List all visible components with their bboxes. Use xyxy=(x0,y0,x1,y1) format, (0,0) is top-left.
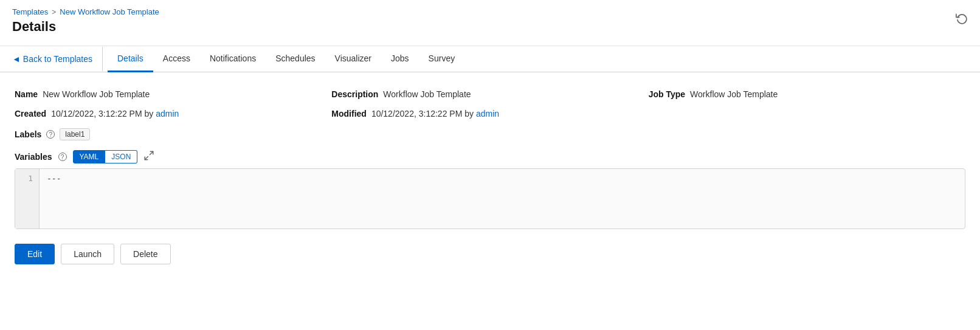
description-label: Description xyxy=(331,89,378,99)
page-title: Details xyxy=(12,19,968,35)
details-row-variables: Variables ? YAML JSON xyxy=(15,145,965,241)
created-datetime: 10/12/2022, 3:12:22 PM by xyxy=(51,109,156,119)
description-col: Description Workflow Job Template xyxy=(331,89,648,99)
modified-datetime: 10/12/2022, 3:12:22 PM by xyxy=(371,109,476,119)
code-line-numbers: 1 xyxy=(15,169,40,229)
edit-button[interactable]: Edit xyxy=(15,244,55,264)
variables-code-editor[interactable]: 1 --- xyxy=(15,168,965,229)
svg-line-1 xyxy=(145,157,148,160)
tab-visualizer[interactable]: Visualizer xyxy=(325,46,381,72)
variables-header: Variables ? YAML JSON xyxy=(15,150,157,163)
expand-icon[interactable] xyxy=(143,153,154,163)
label-tag-label1: label1 xyxy=(60,128,90,140)
labels-label: Labels xyxy=(15,129,41,139)
job-type-col: Job Type Workflow Job Template xyxy=(649,89,965,99)
job-type-label: Job Type xyxy=(649,89,685,99)
tab-survey[interactable]: Survey xyxy=(419,46,465,72)
content-area: Name New Workflow Job Template Descripti… xyxy=(0,72,980,277)
code-content[interactable]: --- xyxy=(40,169,965,229)
modified-value: 10/12/2022, 3:12:22 PM by admin xyxy=(371,109,499,119)
expand-icon-wrapper xyxy=(143,150,157,163)
tab-notifications[interactable]: Notifications xyxy=(200,46,266,72)
action-buttons: Edit Launch Delete xyxy=(15,241,965,264)
history-icon-wrapper xyxy=(956,12,968,27)
name-value: New Workflow Job Template xyxy=(43,89,150,99)
tab-access[interactable]: Access xyxy=(153,46,200,72)
back-to-templates-label: Back to Templates xyxy=(23,54,92,64)
modified-col: Modified 10/12/2022, 3:12:22 PM by admin xyxy=(331,109,648,119)
tab-schedules[interactable]: Schedules xyxy=(266,46,325,72)
created-col: Created 10/12/2022, 3:12:22 PM by admin xyxy=(15,109,331,119)
details-row-labels: Labels ? label1 xyxy=(15,123,965,145)
history-icon[interactable] xyxy=(956,15,968,27)
name-label: Name xyxy=(15,89,38,99)
tab-jobs[interactable]: Jobs xyxy=(381,46,419,72)
variables-label: Variables xyxy=(15,152,52,162)
tab-details[interactable]: Details xyxy=(108,46,153,72)
breadcrumb-separator: > xyxy=(52,8,56,16)
back-arrow-icon: ◄ xyxy=(12,54,21,64)
modified-label: Modified xyxy=(331,109,367,119)
job-type-value: Workflow Job Template xyxy=(690,89,778,99)
tab-back-to-templates[interactable]: ◄ Back to Templates xyxy=(12,47,103,71)
description-value: Workflow Job Template xyxy=(383,89,471,99)
labels-help-icon[interactable]: ? xyxy=(46,130,55,139)
nav-tabs: ◄ Back to Templates Details Access Notif… xyxy=(0,46,980,72)
nav-tabs-wrapper: ◄ Back to Templates Details Access Notif… xyxy=(0,46,980,72)
labels-col: Labels ? label1 xyxy=(15,128,90,140)
launch-button[interactable]: Launch xyxy=(61,244,114,264)
yaml-toggle-button[interactable]: YAML xyxy=(73,150,106,163)
breadcrumb: Templates > New Workflow Job Template xyxy=(12,7,968,16)
name-col: Name New Workflow Job Template xyxy=(15,89,331,99)
details-row-2: Created 10/12/2022, 3:12:22 PM by admin … xyxy=(15,104,965,123)
breadcrumb-templates-link[interactable]: Templates xyxy=(12,7,48,16)
created-label: Created xyxy=(15,109,46,119)
line-number-1: 1 xyxy=(21,174,33,183)
code-text: --- xyxy=(47,174,61,183)
page-header: Templates > New Workflow Job Template De… xyxy=(0,0,980,41)
created-by-link[interactable]: admin xyxy=(156,109,179,119)
modified-by-link[interactable]: admin xyxy=(476,109,499,119)
variables-format-toggle: YAML JSON xyxy=(73,150,138,163)
page-wrapper: Templates > New Workflow Job Template De… xyxy=(0,0,980,330)
breadcrumb-current: New Workflow Job Template xyxy=(60,7,159,16)
variables-help-icon[interactable]: ? xyxy=(58,153,67,161)
delete-button[interactable]: Delete xyxy=(120,244,170,264)
details-row-1: Name New Workflow Job Template Descripti… xyxy=(15,84,965,104)
svg-line-0 xyxy=(150,151,153,154)
json-toggle-button[interactable]: JSON xyxy=(105,150,137,163)
created-value: 10/12/2022, 3:12:22 PM by admin xyxy=(51,109,179,119)
